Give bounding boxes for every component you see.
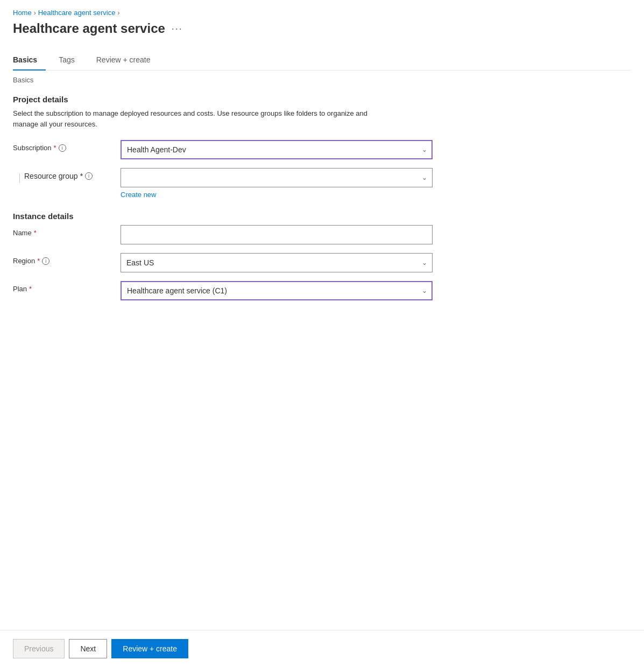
resource-group-label: Resource group [24, 172, 78, 180]
plan-label: Plan [13, 285, 27, 293]
subscription-label-cell: Subscription * i [13, 140, 121, 152]
breadcrumb: Home › Healthcare agent service › [13, 9, 631, 17]
project-details-title: Project details [13, 95, 631, 104]
plan-label-cell: Plan * [13, 281, 121, 293]
previous-button[interactable]: Previous [13, 639, 65, 658]
tab-basics[interactable]: Basics [13, 51, 46, 71]
subscription-select-wrapper: Health Agent-Dev ⌄ [121, 140, 433, 159]
rg-vertical-line [19, 173, 20, 183]
name-label-cell: Name * [13, 225, 121, 237]
tabs-container: Basics Tags Review + create [13, 51, 631, 71]
resource-group-select[interactable] [121, 168, 433, 187]
region-required: * [37, 257, 40, 265]
region-select[interactable]: East US [121, 253, 433, 272]
name-label: Name [13, 229, 32, 237]
page-title: Healthcare agent service [13, 21, 165, 36]
page-title-row: Healthcare agent service ··· [13, 21, 631, 36]
region-info-icon[interactable]: i [42, 257, 49, 265]
breadcrumb-sep-2: › [118, 9, 120, 17]
tab-tags[interactable]: Tags [59, 51, 83, 71]
name-field [121, 225, 433, 244]
subscription-field: Health Agent-Dev ⌄ [121, 140, 433, 159]
review-create-button[interactable]: Review + create [111, 639, 188, 658]
subscription-select[interactable]: Health Agent-Dev [121, 140, 433, 159]
plan-select-wrapper: Healthcare agent service (C1) ⌄ [121, 281, 433, 300]
resource-group-info-icon[interactable]: i [85, 172, 93, 180]
footer: Previous Next Review + create [0, 630, 644, 667]
project-details-form: Subscription * i Health Agent-Dev ⌄ Reso… [13, 140, 433, 199]
region-select-wrapper: East US ⌄ [121, 253, 433, 272]
next-button[interactable]: Next [69, 639, 107, 658]
instance-details-form: Name * Region * i East US ⌄ [13, 225, 433, 300]
name-input[interactable] [121, 225, 433, 244]
resource-group-label-cell: Resource group * i [13, 168, 121, 199]
plan-required: * [29, 285, 32, 293]
tab-review-create[interactable]: Review + create [96, 51, 159, 71]
name-required: * [34, 229, 37, 237]
breadcrumb-service[interactable]: Healthcare agent service [38, 9, 116, 17]
instance-details-section: Instance details Name * Region * i East … [13, 212, 631, 300]
more-options-icon[interactable]: ··· [172, 23, 183, 34]
create-new-link[interactable]: Create new [121, 191, 433, 199]
breadcrumb-sep-1: › [34, 9, 36, 17]
instance-details-title: Instance details [13, 212, 631, 221]
resource-group-required: * [80, 172, 83, 180]
plan-field: Healthcare agent service (C1) ⌄ [121, 281, 433, 300]
resource-group-select-wrapper: ⌄ [121, 168, 433, 187]
project-details-section: Project details Select the subscription … [13, 95, 631, 199]
subscription-info-icon[interactable]: i [59, 144, 66, 152]
region-label: Region [13, 257, 35, 265]
project-details-description: Select the subscription to manage deploy… [13, 108, 379, 129]
region-field: East US ⌄ [121, 253, 433, 272]
section-breadcrumb: Basics [13, 76, 631, 84]
breadcrumb-home[interactable]: Home [13, 9, 32, 17]
plan-select[interactable]: Healthcare agent service (C1) [121, 281, 433, 300]
resource-group-field: ⌄ Create new [121, 168, 433, 199]
subscription-label: Subscription [13, 144, 52, 152]
rg-indent: Resource group * i [24, 172, 93, 180]
region-label-cell: Region * i [13, 253, 121, 265]
subscription-required: * [54, 144, 56, 152]
